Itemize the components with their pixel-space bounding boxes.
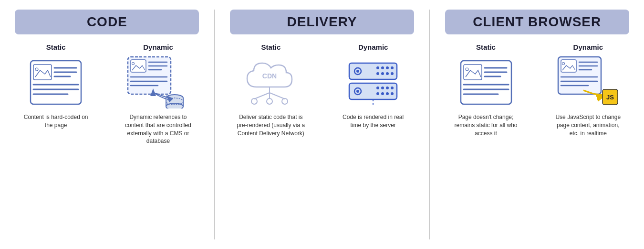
browser-static-title: Static bbox=[476, 43, 496, 51]
svg-point-52 bbox=[386, 92, 389, 95]
browser-columns: Static Page doesn't ch bbox=[435, 43, 639, 244]
svg-point-34 bbox=[356, 70, 359, 73]
code-title: CODE bbox=[87, 14, 127, 29]
svg-point-35 bbox=[376, 66, 379, 69]
browser-section: CLIENT BROWSER Static bbox=[430, 0, 644, 249]
delivery-static-title: Static bbox=[261, 43, 280, 51]
svg-point-50 bbox=[376, 92, 379, 95]
svg-point-36 bbox=[381, 66, 384, 69]
svg-point-51 bbox=[381, 92, 384, 95]
svg-point-31 bbox=[282, 98, 288, 104]
svg-text:JS: JS bbox=[606, 94, 614, 101]
browser-dynamic-icon: JS bbox=[557, 56, 619, 108]
code-static-icon bbox=[25, 56, 87, 108]
browser-header: CLIENT BROWSER bbox=[445, 10, 629, 34]
browser-dynamic-title: Dynamic bbox=[573, 43, 603, 51]
svg-point-48 bbox=[386, 87, 389, 89]
delivery-dynamic-col: Dynamic bbox=[327, 43, 419, 244]
svg-point-40 bbox=[381, 72, 384, 75]
svg-point-30 bbox=[267, 98, 272, 104]
delivery-static-icon: CDN bbox=[240, 56, 302, 108]
code-section: CODE Static bbox=[0, 0, 214, 249]
delivery-header: DELIVERY bbox=[230, 10, 414, 34]
svg-point-46 bbox=[376, 87, 379, 89]
browser-title: CLIENT BROWSER bbox=[473, 14, 601, 29]
browser-static-desc: Page doesn't change; remains static for … bbox=[450, 113, 522, 137]
svg-point-41 bbox=[386, 72, 389, 75]
svg-rect-65 bbox=[561, 60, 576, 72]
delivery-dynamic-desc: Code is rendered in real time by the ser… bbox=[337, 113, 409, 130]
delivery-static-col: Static CDN bbox=[225, 43, 317, 244]
svg-point-42 bbox=[391, 72, 394, 75]
browser-static-icon bbox=[455, 56, 517, 108]
code-header: CODE bbox=[15, 10, 199, 34]
delivery-static-desc: Deliver static code that is pre-rendered… bbox=[235, 113, 307, 137]
svg-point-47 bbox=[381, 87, 384, 89]
code-static-title: Static bbox=[46, 43, 66, 51]
browser-static-col: Static Page doesn't ch bbox=[440, 43, 532, 244]
code-static-desc: Content is hard-coded on the page bbox=[20, 113, 92, 130]
browser-dynamic-col: Dynamic bbox=[542, 43, 634, 244]
svg-point-45 bbox=[356, 90, 359, 93]
delivery-dynamic-title: Dynamic bbox=[358, 43, 388, 51]
delivery-title: DELIVERY bbox=[287, 14, 357, 29]
main-container: CODE Static bbox=[0, 0, 644, 249]
svg-point-29 bbox=[251, 98, 257, 104]
code-dynamic-title: Dynamic bbox=[143, 43, 173, 51]
code-columns: Static bbox=[5, 43, 209, 244]
svg-line-26 bbox=[254, 93, 270, 99]
delivery-dynamic-icon bbox=[342, 56, 404, 108]
svg-point-37 bbox=[386, 66, 389, 69]
svg-point-39 bbox=[376, 72, 379, 75]
delivery-columns: Static CDN bbox=[220, 43, 425, 244]
code-dynamic-col: Dynamic bbox=[112, 43, 204, 244]
svg-point-49 bbox=[391, 87, 394, 89]
code-dynamic-icon bbox=[127, 56, 189, 108]
browser-dynamic-desc: Use JavaScript to change page content, a… bbox=[552, 113, 624, 137]
delivery-section: DELIVERY Static CDN bbox=[215, 0, 429, 249]
svg-text:CDN: CDN bbox=[262, 72, 277, 80]
svg-point-38 bbox=[391, 66, 394, 69]
svg-line-28 bbox=[270, 93, 285, 99]
svg-point-53 bbox=[391, 92, 394, 95]
svg-rect-10 bbox=[131, 60, 146, 72]
code-dynamic-desc: Dynamic references to content that are c… bbox=[122, 113, 194, 145]
code-static-col: Static bbox=[10, 43, 102, 244]
